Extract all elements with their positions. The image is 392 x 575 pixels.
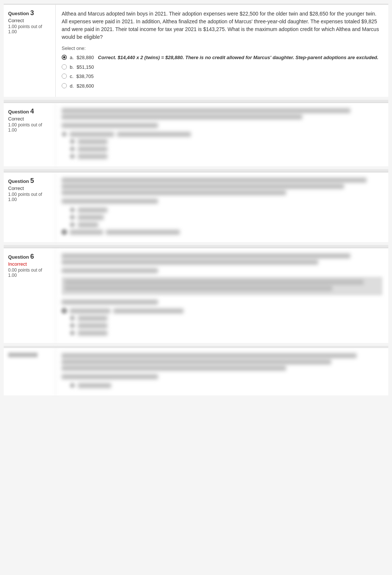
- question-6-label-text: Question: [8, 254, 29, 260]
- question-3-label: Question 3: [8, 9, 52, 17]
- question-6-number: 6: [30, 253, 34, 260]
- question-4-status: Correct: [8, 116, 52, 122]
- question-6-status: Incorrect: [8, 261, 52, 267]
- question-5-block: Question 5 Correct 1.00 points out of 1.…: [4, 171, 388, 242]
- question-6-points: 0.00 points out of 1.00: [8, 268, 52, 278]
- question-3-block: Question 3 Correct 1.00 points out of 1.…: [4, 4, 388, 97]
- question-5-meta: Question 5 Correct 1.00 points out of 1.…: [4, 173, 55, 242]
- option-b-radio[interactable]: [62, 64, 67, 69]
- option-d: d. $28,600: [62, 82, 382, 90]
- question-3-text: Althea and Marcus adopted twin boys in 2…: [62, 10, 382, 41]
- option-c: c. $38,705: [62, 73, 382, 80]
- extra-content: [55, 348, 388, 395]
- question-4-content: [55, 103, 388, 166]
- question-4-number: 4: [30, 108, 34, 115]
- question-5-number: 5: [30, 177, 34, 184]
- option-c-radio[interactable]: [62, 74, 67, 79]
- option-a-radio[interactable]: [62, 55, 67, 60]
- option-a-label: a. $28,880 Correct. $14,440 x 2 (twins) …: [70, 54, 378, 61]
- question-5-label-text: Question: [8, 178, 29, 184]
- option-d-radio[interactable]: [62, 83, 67, 88]
- question-4-points: 1.00 points out of 1.00: [8, 122, 52, 133]
- question-number: 3: [30, 9, 34, 17]
- question-label-text: Question: [8, 11, 29, 16]
- question-3-meta: Question 3 Correct 1.00 points out of 1.…: [4, 5, 55, 97]
- option-a-correct-note: Correct. $14,440 x 2 (twins) = $28,880. …: [98, 55, 378, 60]
- option-b: b. $51,150: [62, 64, 382, 71]
- question-3-points: 1.00 points out of 1.00: [8, 24, 52, 34]
- question-3-options: a. $28,880 Correct. $14,440 x 2 (twins) …: [62, 54, 382, 89]
- extra-meta: [4, 348, 55, 395]
- page-wrapper: Question 3 Correct 1.00 points out of 1.…: [4, 4, 388, 395]
- question-3-select-one: Select one:: [62, 45, 382, 51]
- option-c-label: c. $38,705: [70, 73, 94, 80]
- question-3-status: Correct: [8, 18, 52, 23]
- question-4-block: Question 4 Correct 1.00 points out of 1.…: [4, 102, 388, 166]
- question-5-points: 1.00 points out of 1.00: [8, 192, 52, 202]
- question-4-label: Question 4: [8, 108, 52, 115]
- question-6-content: [55, 248, 388, 343]
- option-d-label: d. $28,600: [70, 82, 94, 90]
- extra-block: [4, 348, 388, 395]
- option-b-label: b. $51,150: [70, 64, 94, 71]
- question-3-content: Althea and Marcus adopted twin boys in 2…: [55, 5, 388, 97]
- question-4-meta: Question 4 Correct 1.00 points out of 1.…: [4, 103, 55, 166]
- question-5-content: [55, 173, 388, 242]
- question-6-label: Question 6: [8, 253, 52, 261]
- question-6-meta: Question 6 Incorrect 0.00 points out of …: [4, 248, 55, 343]
- question-4-label-text: Question: [8, 109, 29, 115]
- question-5-label: Question 5: [8, 177, 52, 185]
- question-5-status: Correct: [8, 186, 52, 191]
- question-6-block: Question 6 Incorrect 0.00 points out of …: [4, 247, 388, 343]
- option-a: a. $28,880 Correct. $14,440 x 2 (twins) …: [62, 54, 382, 61]
